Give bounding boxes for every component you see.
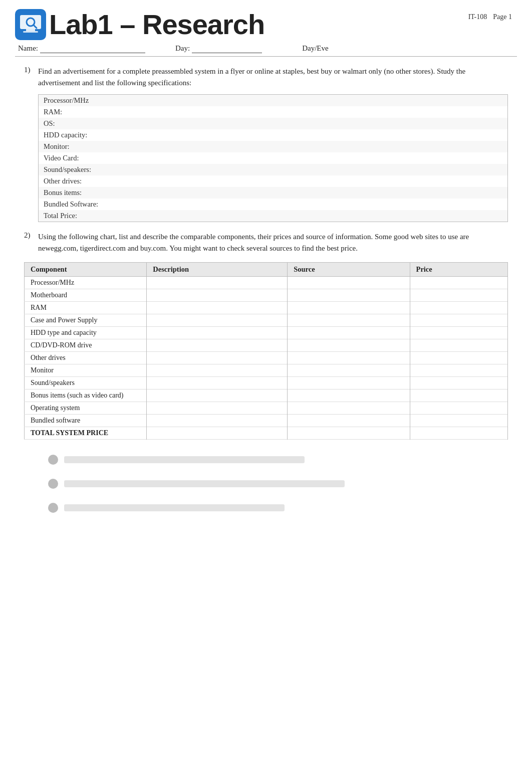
chart-row: Monitor	[25, 364, 508, 377]
spec-label: HDD capacity:	[39, 129, 119, 141]
spec-label: Sound/speakers:	[39, 164, 119, 175]
chart-cell-source[interactable]	[288, 327, 410, 339]
chart-cell-desc[interactable]	[147, 302, 288, 314]
page-title: Lab1 – Research	[49, 11, 264, 39]
spec-value[interactable]	[119, 187, 507, 199]
chart-cell-source[interactable]	[288, 339, 410, 352]
spec-label: Bonus items:	[39, 187, 119, 199]
chart-cell-desc[interactable]	[147, 339, 288, 352]
chart-cell-price[interactable]	[410, 364, 507, 377]
chart-cell-source[interactable]	[288, 289, 410, 302]
header-logo-title: Lab1 – Research	[15, 9, 432, 40]
chart-cell-source[interactable]	[288, 415, 410, 427]
chart-cell-source[interactable]	[288, 427, 410, 440]
spec-label: Other drives:	[39, 175, 119, 187]
chart-cell-price[interactable]	[410, 277, 507, 289]
chart-cell-desc[interactable]	[147, 352, 288, 364]
chart-row: CD/DVD-ROM drive	[25, 339, 508, 352]
spec-row: Monitor:	[39, 141, 507, 152]
spec-row: OS:	[39, 118, 507, 129]
specs-inner-table: Processor/MHz RAM: OS: HDD capacity: Mon…	[39, 95, 507, 222]
day-line[interactable]	[192, 44, 262, 53]
chart-cell-source[interactable]	[288, 314, 410, 327]
chart-cell-price[interactable]	[410, 314, 507, 327]
spec-value[interactable]	[119, 199, 507, 210]
chart-table: Component Description Source Price Proce…	[24, 262, 508, 440]
spec-value[interactable]	[119, 141, 507, 152]
chart-row: Bonus items (such as video card)	[25, 389, 508, 402]
chart-cell-desc[interactable]	[147, 402, 288, 415]
spec-row: Other drives:	[39, 175, 507, 187]
spec-row: Sound/speakers:	[39, 164, 507, 175]
chart-cell-price[interactable]	[410, 339, 507, 352]
chart-cell-desc[interactable]	[147, 415, 288, 427]
chart-row: Processor/MHz	[25, 277, 508, 289]
blurred-text-2	[64, 480, 345, 487]
chart-cell-source[interactable]	[288, 402, 410, 415]
spec-value[interactable]	[119, 95, 507, 106]
spec-label: Processor/MHz	[39, 95, 119, 106]
chart-cell-desc[interactable]	[147, 289, 288, 302]
chart-row: Operating system	[25, 402, 508, 415]
chart-cell-price[interactable]	[410, 302, 507, 314]
course-id: IT-108	[468, 13, 487, 21]
chart-cell-price[interactable]	[410, 352, 507, 364]
blurred-text-3	[64, 504, 285, 511]
spec-row: Bonus items:	[39, 187, 507, 199]
spec-value[interactable]	[119, 175, 507, 187]
spec-value[interactable]	[119, 164, 507, 175]
q2-number: 2)	[24, 231, 38, 240]
chart-cell-desc[interactable]	[147, 327, 288, 339]
chart-cell-source[interactable]	[288, 377, 410, 389]
chart-thead: Component Description Source Price	[25, 263, 508, 277]
chart-header-row: Component Description Source Price	[25, 263, 508, 277]
spec-value[interactable]	[119, 210, 507, 222]
chart-cell-source[interactable]	[288, 389, 410, 402]
day-label: Day:	[175, 44, 190, 53]
chart-cell-component: Case and Power Supply	[25, 314, 147, 327]
question-2: 2) Using the following chart, list and d…	[24, 231, 508, 440]
chart-row: Case and Power Supply	[25, 314, 508, 327]
spec-value[interactable]	[119, 106, 507, 118]
name-row: Name: Day: Day/Eve	[0, 40, 532, 56]
chart-cell-desc[interactable]	[147, 377, 288, 389]
name-line[interactable]	[40, 44, 145, 53]
chart-cell-price[interactable]	[410, 427, 507, 440]
q2-num-row: 2) Using the following chart, list and d…	[24, 231, 508, 255]
chart-cell-price[interactable]	[410, 415, 507, 427]
chart-cell-price[interactable]	[410, 327, 507, 339]
chart-cell-component: Bundled software	[25, 415, 147, 427]
spec-label: Bundled Software:	[39, 199, 119, 210]
header: Lab1 – Research IT-108 Page 1	[0, 0, 532, 40]
q1-number: 1)	[24, 66, 38, 74]
spec-value[interactable]	[119, 129, 507, 141]
chart-cell-price[interactable]	[410, 289, 507, 302]
chart-cell-price[interactable]	[410, 402, 507, 415]
spec-label: Video Card:	[39, 152, 119, 164]
chart-cell-component: HDD type and capacity	[25, 327, 147, 339]
chart-cell-component: TOTAL SYSTEM PRICE	[25, 427, 147, 440]
spec-value[interactable]	[119, 118, 507, 129]
chart-cell-price[interactable]	[410, 389, 507, 402]
blurred-num-1	[48, 455, 58, 465]
blurred-num-2	[48, 479, 58, 489]
chart-cell-source[interactable]	[288, 364, 410, 377]
chart-cell-source[interactable]	[288, 352, 410, 364]
chart-cell-desc[interactable]	[147, 389, 288, 402]
chart-cell-desc[interactable]	[147, 277, 288, 289]
q2-text: Using the following chart, list and desc…	[38, 231, 508, 255]
chart-cell-desc[interactable]	[147, 364, 288, 377]
chart-row: Sound/speakers	[25, 377, 508, 389]
spec-value[interactable]	[119, 152, 507, 164]
question-1: 1) Find an advertisement for a complete …	[24, 66, 508, 222]
q1-num-row: 1) Find an advertisement for a complete …	[24, 66, 508, 89]
chart-cell-component: Operating system	[25, 402, 147, 415]
header-meta-line: IT-108 Page 1	[468, 13, 512, 21]
chart-row: Other drives	[25, 352, 508, 364]
chart-cell-source[interactable]	[288, 277, 410, 289]
chart-cell-source[interactable]	[288, 302, 410, 314]
chart-cell-desc[interactable]	[147, 427, 288, 440]
svg-rect-3	[23, 31, 38, 33]
chart-cell-price[interactable]	[410, 377, 507, 389]
chart-cell-desc[interactable]	[147, 314, 288, 327]
